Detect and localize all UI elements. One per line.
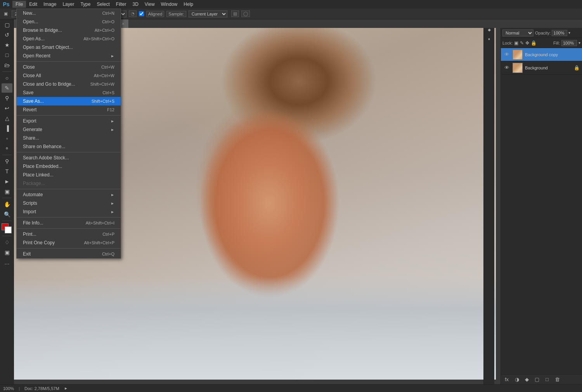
menu-scripts[interactable]: Scripts ► bbox=[17, 199, 121, 207]
menu-place-linked[interactable]: Place Linked... bbox=[17, 171, 121, 179]
menu-close-label: Close bbox=[23, 64, 35, 70]
menu-open-smart-label: Open as Smart Object... bbox=[23, 45, 73, 50]
menu-automate-arrow: ► bbox=[111, 193, 114, 197]
menu-save-as-shortcut: Shift+Ctrl+S bbox=[92, 99, 114, 104]
menu-close-all-shortcut: Alt+Ctrl+W bbox=[94, 73, 114, 78]
dd-sep-4 bbox=[17, 189, 121, 189]
menu-generate-label: Generate bbox=[23, 127, 42, 132]
menu-search-stock[interactable]: Search Adobe Stock... bbox=[17, 154, 121, 162]
menu-browse-shortcut: Alt+Ctrl+O bbox=[95, 28, 114, 33]
menu-share-label: Share... bbox=[23, 135, 39, 141]
menu-open-recent-arrow: ► bbox=[111, 54, 114, 58]
menu-search-stock-label: Search Adobe Stock... bbox=[23, 155, 69, 161]
menu-print[interactable]: Print... Ctrl+P bbox=[17, 230, 121, 238]
menu-save[interactable]: Save Ctrl+S bbox=[17, 88, 121, 97]
menu-browse[interactable]: Browse in Bridge... Alt+Ctrl+O bbox=[17, 26, 121, 35]
menu-exit[interactable]: Exit Ctrl+Q bbox=[17, 250, 121, 258]
menu-exit-label: Exit bbox=[23, 251, 31, 257]
menu-generate[interactable]: Generate ► bbox=[17, 125, 121, 134]
menu-close-bridge[interactable]: Close and Go to Bridge... Shift+Ctrl+W bbox=[17, 80, 121, 88]
menu-open-label: Open... bbox=[23, 19, 38, 24]
dd-sep-7 bbox=[17, 248, 121, 249]
menu-open-recent[interactable]: Open Recent ► bbox=[17, 52, 121, 60]
menu-file-info[interactable]: File Info... Alt+Shift+Ctrl+I bbox=[17, 219, 121, 227]
menu-new[interactable]: New... Ctrl+N bbox=[17, 9, 121, 17]
menu-share-behance-label: Share on Behance... bbox=[23, 144, 65, 149]
menu-open-as[interactable]: Open As... Alt+Shift+Ctrl+O bbox=[17, 35, 121, 43]
dd-sep-6 bbox=[17, 228, 121, 229]
menu-print-label: Print... bbox=[23, 231, 36, 237]
menu-save-shortcut: Ctrl+S bbox=[102, 90, 114, 95]
menu-generate-arrow: ► bbox=[111, 128, 114, 132]
menu-open-as-label: Open As... bbox=[23, 36, 45, 41]
menu-open-recent-label: Open Recent bbox=[23, 53, 50, 59]
menu-share-behance[interactable]: Share on Behance... bbox=[17, 142, 121, 151]
menu-scripts-label: Scripts bbox=[23, 200, 37, 206]
menu-close-bridge-shortcut: Shift+Ctrl+W bbox=[90, 82, 114, 86]
menu-close[interactable]: Close Ctrl+W bbox=[17, 63, 121, 71]
menu-close-all-label: Close All bbox=[23, 73, 41, 78]
menu-export-label: Export bbox=[23, 118, 36, 124]
menu-scripts-arrow: ► bbox=[111, 201, 114, 205]
menu-close-all[interactable]: Close All Alt+Ctrl+W bbox=[17, 71, 121, 80]
menu-open-shortcut: Ctrl+O bbox=[102, 19, 114, 24]
dd-sep-1 bbox=[17, 61, 121, 62]
menu-package-label: Package... bbox=[23, 181, 45, 186]
menu-export-arrow: ► bbox=[111, 119, 114, 123]
menu-close-bridge-label: Close and Go to Bridge... bbox=[23, 81, 75, 87]
menu-open-as-shortcut: Alt+Shift+Ctrl+O bbox=[83, 36, 114, 41]
menu-automate-label: Automate bbox=[23, 192, 43, 197]
menu-file-info-shortcut: Alt+Shift+Ctrl+I bbox=[86, 221, 114, 225]
menu-exit-shortcut: Ctrl+Q bbox=[102, 252, 114, 256]
dd-sep-2 bbox=[17, 115, 121, 116]
menu-new-shortcut: Ctrl+N bbox=[102, 11, 114, 16]
menu-automate[interactable]: Automate ► bbox=[17, 190, 121, 199]
menu-import-arrow: ► bbox=[111, 210, 114, 214]
menu-revert-shortcut: F12 bbox=[107, 107, 114, 112]
menu-print-one[interactable]: Print One Copy Alt+Shift+Ctrl+P bbox=[17, 238, 121, 247]
menu-open[interactable]: Open... Ctrl+O bbox=[17, 17, 121, 26]
dd-sep-3 bbox=[17, 152, 121, 152]
menu-print-one-label: Print One Copy bbox=[23, 240, 55, 245]
menu-print-one-shortcut: Alt+Shift+Ctrl+P bbox=[84, 240, 114, 245]
menu-save-as[interactable]: Save As... Shift+Ctrl+S bbox=[17, 97, 121, 105]
dd-sep-5 bbox=[17, 217, 121, 218]
menu-new-label: New... bbox=[23, 10, 36, 16]
menu-revert-label: Revert bbox=[23, 107, 36, 112]
menu-save-as-label: Save As... bbox=[23, 98, 44, 104]
menu-browse-label: Browse in Bridge... bbox=[23, 28, 62, 33]
menu-print-shortcut: Ctrl+P bbox=[102, 232, 114, 237]
menu-close-shortcut: Ctrl+W bbox=[101, 65, 114, 69]
menu-file-info-label: File Info... bbox=[23, 220, 43, 226]
menu-place-embedded-label: Place Embedded... bbox=[23, 164, 62, 169]
menu-import[interactable]: Import ► bbox=[17, 207, 121, 216]
menu-place-embedded[interactable]: Place Embedded... bbox=[17, 162, 121, 171]
dropdown-overlay[interactable]: New... Ctrl+N Open... Ctrl+O Browse in B… bbox=[0, 0, 582, 392]
menu-save-label: Save bbox=[23, 90, 33, 95]
menu-place-linked-label: Place Linked... bbox=[23, 172, 54, 178]
file-dropdown-menu: New... Ctrl+N Open... Ctrl+O Browse in B… bbox=[16, 9, 121, 259]
menu-package: Package... bbox=[17, 179, 121, 188]
menu-open-smart[interactable]: Open as Smart Object... bbox=[17, 43, 121, 52]
menu-export[interactable]: Export ► bbox=[17, 117, 121, 125]
menu-import-label: Import bbox=[23, 209, 36, 214]
menu-share[interactable]: Share... bbox=[17, 134, 121, 142]
menu-revert[interactable]: Revert F12 bbox=[17, 105, 121, 114]
